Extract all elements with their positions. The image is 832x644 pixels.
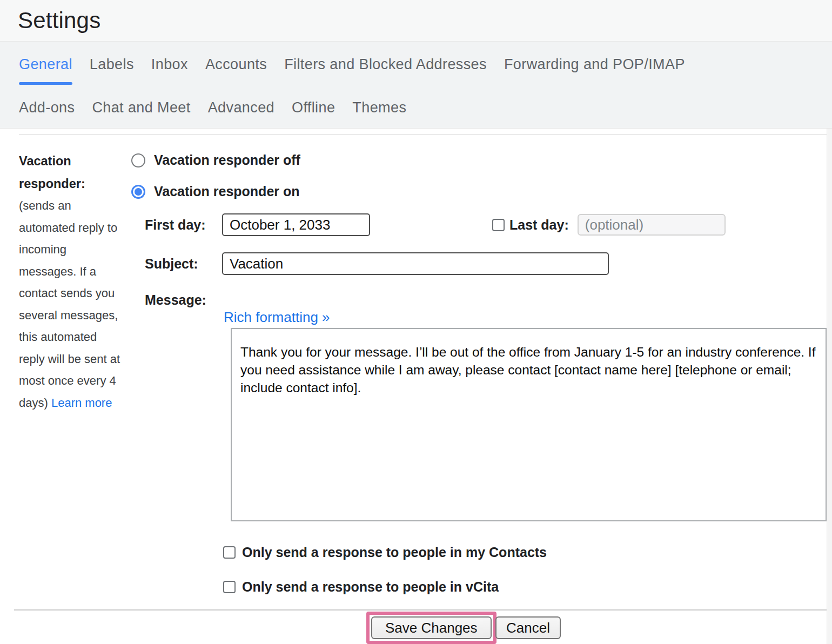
vacation-responder-description: Vacation responder: (sends an automated … xyxy=(19,150,122,414)
tab-offline[interactable]: Offline xyxy=(283,99,344,116)
radio-off-icon[interactable] xyxy=(131,153,145,167)
last-day-checkbox[interactable] xyxy=(492,219,505,231)
message-textarea[interactable]: Thank you for your message. I’ll be out … xyxy=(231,328,827,521)
tab-row-secondary: Add-ons Chat and Meet Advanced Offline T… xyxy=(10,99,832,116)
tab-row-primary: General Labels Inbox Accounts Filters an… xyxy=(10,56,832,85)
tab-inbox[interactable]: Inbox xyxy=(143,56,197,73)
vcita-only-checkbox[interactable] xyxy=(223,581,236,593)
tab-forwarding-pop-imap[interactable]: Forwarding and POP/IMAP xyxy=(495,56,694,73)
first-day-label: First day: xyxy=(145,217,222,233)
last-day-input[interactable] xyxy=(578,214,726,236)
radio-off-label: Vacation responder off xyxy=(154,152,300,168)
cancel-button[interactable]: Cancel xyxy=(495,616,561,639)
last-day-label: Last day: xyxy=(509,217,569,233)
vacation-responder-label: Vacation responder: xyxy=(19,154,85,191)
active-tab-underline xyxy=(19,82,72,85)
vcita-only-label: Only send a response to people in vCita xyxy=(242,579,499,595)
footer-divider xyxy=(14,609,827,611)
subject-row: Subject: xyxy=(145,252,609,275)
save-button-highlight: Save Changes xyxy=(366,612,496,644)
last-day-row: Last day: xyxy=(492,214,726,236)
vacation-responder-off-option[interactable]: Vacation responder off xyxy=(131,152,300,168)
radio-on-label: Vacation responder on xyxy=(154,184,300,199)
vacation-responder-help-text: (sends an automated reply to incoming me… xyxy=(19,199,120,410)
tab-general[interactable]: General xyxy=(10,56,81,85)
first-day-input[interactable] xyxy=(222,213,370,236)
save-changes-button[interactable]: Save Changes xyxy=(371,616,492,639)
contacts-only-option[interactable]: Only send a response to people in my Con… xyxy=(223,545,547,560)
settings-header: Settings xyxy=(0,0,832,42)
subject-input[interactable] xyxy=(222,252,609,275)
tab-themes[interactable]: Themes xyxy=(344,99,415,116)
settings-tab-bar: General Labels Inbox Accounts Filters an… xyxy=(0,42,832,129)
rich-formatting-link[interactable]: Rich formatting » xyxy=(224,309,330,326)
message-label: Message: xyxy=(145,292,206,308)
vcita-only-option[interactable]: Only send a response to people in vCita xyxy=(223,579,499,595)
radio-on-icon[interactable] xyxy=(131,185,145,199)
contacts-only-label: Only send a response to people in my Con… xyxy=(242,545,547,560)
vacation-responder-section: Vacation responder: (sends an automated … xyxy=(0,129,832,644)
scrollbar-track[interactable] xyxy=(827,129,832,644)
tab-accounts[interactable]: Accounts xyxy=(197,56,276,73)
section-divider-top xyxy=(19,134,827,135)
contacts-only-checkbox[interactable] xyxy=(223,546,236,559)
subject-label: Subject: xyxy=(145,256,222,272)
tab-labels[interactable]: Labels xyxy=(81,56,143,73)
vacation-responder-on-option[interactable]: Vacation responder on xyxy=(131,184,300,199)
tab-advanced[interactable]: Advanced xyxy=(199,99,283,116)
tab-filters-blocked-addresses[interactable]: Filters and Blocked Addresses xyxy=(276,56,495,73)
page-title: Settings xyxy=(18,8,100,33)
tab-chat-and-meet[interactable]: Chat and Meet xyxy=(83,99,199,116)
learn-more-link[interactable]: Learn more xyxy=(51,392,112,414)
tab-add-ons[interactable]: Add-ons xyxy=(10,99,83,116)
first-day-row: First day: xyxy=(145,213,370,236)
